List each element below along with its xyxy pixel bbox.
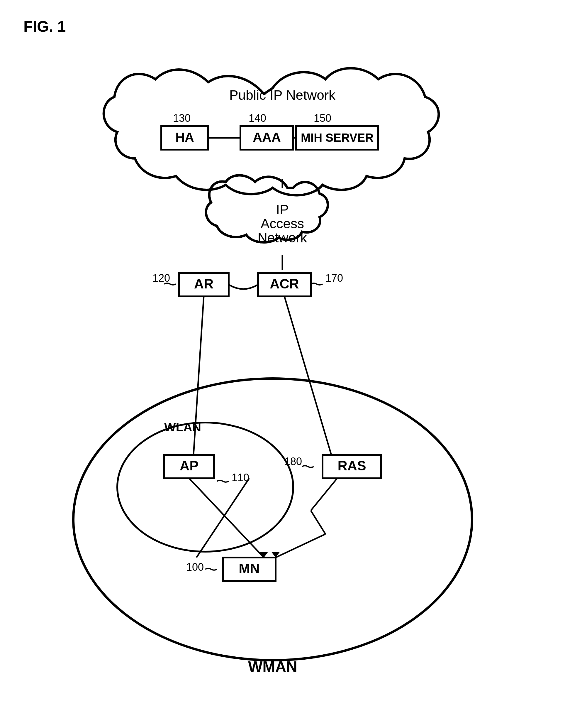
ref-140: 140 — [249, 112, 266, 124]
acr-label: ACR — [270, 276, 299, 291]
ras-mn-bolt2 — [311, 511, 325, 534]
ref110-wave — [217, 480, 229, 482]
ref120-wave — [164, 283, 176, 285]
wlan-ellipse — [117, 423, 293, 552]
figure-label: FIG. 1 — [23, 18, 66, 35]
aaa-label: AAA — [253, 130, 281, 144]
mih-label: MIH SERVER — [301, 131, 373, 144]
ref-130: 130 — [173, 112, 191, 124]
diagram: Public IP Network 130 HA 140 AAA 150 MIH… — [29, 35, 536, 710]
public-ip-label: Public IP Network — [229, 87, 336, 103]
acr-ras-line — [284, 296, 331, 455]
ip-access-label: IP — [276, 202, 288, 217]
ref170-wave — [311, 283, 322, 285]
ip-access-label3: Network — [258, 230, 307, 245]
wman-ellipse — [73, 379, 472, 660]
mn-label: MN — [239, 561, 260, 576]
page: FIG. 1 Public IP Network 130 HA 140 AAA … — [0, 0, 565, 728]
ip-access-label2: Access — [261, 216, 304, 231]
ref100-wave — [205, 568, 217, 570]
ar-acr-connector — [229, 285, 258, 289]
ap-label: AP — [180, 458, 199, 473]
ras-label: RAS — [337, 458, 366, 473]
ha-label: HA — [175, 130, 194, 144]
ref-100: 100 — [186, 561, 204, 573]
ras-mn-bolt1 — [311, 478, 337, 511]
ref-170: 170 — [325, 272, 343, 284]
ras-mn-bolt3 — [276, 534, 325, 558]
wman-label: WMAN — [248, 658, 297, 675]
ref-120: 120 — [153, 272, 170, 284]
ar-label: AR — [194, 276, 214, 291]
ap-mn-line1 — [189, 478, 264, 558]
ref-180: 180 — [284, 455, 302, 467]
ref-150: 150 — [314, 112, 331, 124]
ref180-wave — [302, 466, 314, 467]
